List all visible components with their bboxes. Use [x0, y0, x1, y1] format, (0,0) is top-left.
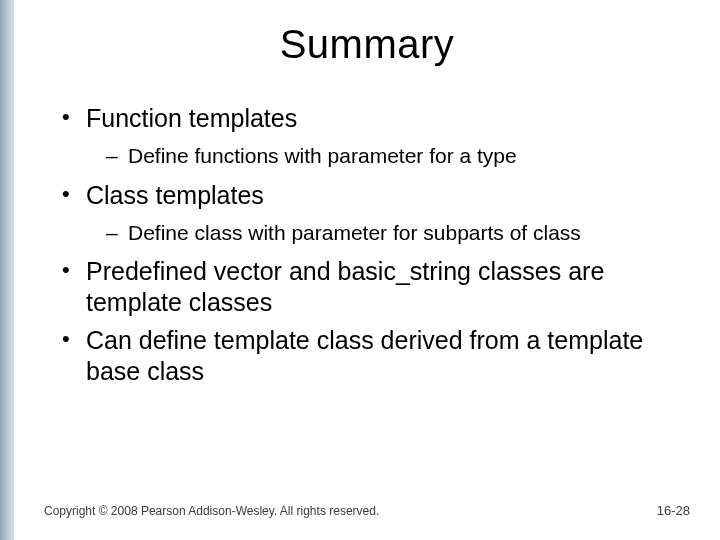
page-number: 16-28: [657, 503, 690, 518]
slide-left-rail: [0, 0, 14, 540]
sub-bullet-text: Define functions with parameter for a ty…: [128, 144, 517, 167]
bullet-text: Can define template class derived from a…: [86, 326, 643, 385]
list-item: Class templates Define class with parame…: [62, 180, 690, 247]
slide-content: Summary Function templates Define functi…: [14, 0, 720, 540]
sub-list-item: Define functions with parameter for a ty…: [106, 142, 690, 169]
bullet-text: Function templates: [86, 104, 297, 132]
bullet-text: Predefined vector and basic_string class…: [86, 257, 604, 316]
sub-bullet-text: Define class with parameter for subparts…: [128, 221, 581, 244]
sub-list-item: Define class with parameter for subparts…: [106, 219, 690, 246]
bullet-text: Class templates: [86, 181, 264, 209]
list-item: Predefined vector and basic_string class…: [62, 256, 690, 319]
list-item: Can define template class derived from a…: [62, 325, 690, 388]
bullet-list: Function templates Define functions with…: [44, 103, 690, 387]
slide-title: Summary: [44, 22, 690, 67]
sub-list: Define class with parameter for subparts…: [86, 219, 690, 246]
sub-list: Define functions with parameter for a ty…: [86, 142, 690, 169]
copyright-footer: Copyright © 2008 Pearson Addison-Wesley.…: [44, 504, 379, 518]
list-item: Function templates Define functions with…: [62, 103, 690, 170]
